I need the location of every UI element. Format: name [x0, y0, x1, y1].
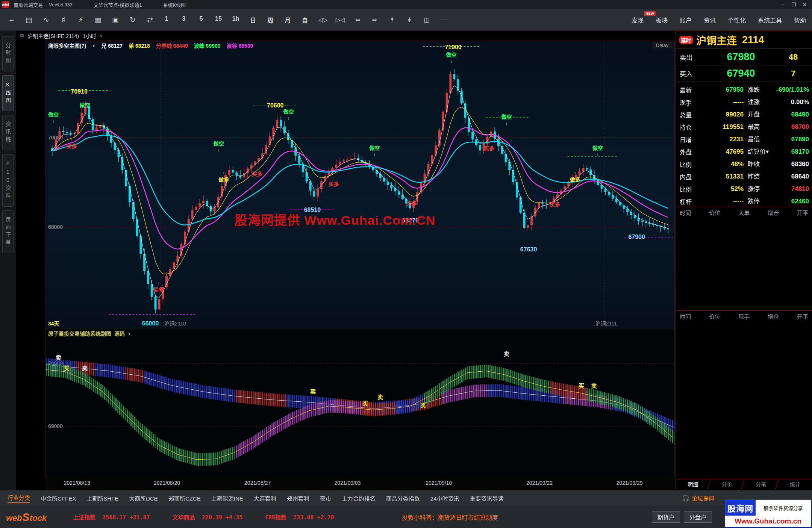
save[interactable]: ▣: [109, 15, 122, 24]
market-nav-item[interactable]: 郑州套利: [287, 494, 309, 502]
sub-chart-panel[interactable]: 原子量投交易辅助系统副图 源码 ∨ 7000069000卖买卖卖买卖买卖买卖: [45, 328, 675, 477]
account-button[interactable]: 外盘户: [684, 511, 712, 523]
sidebar-tab[interactable]: 资讯链: [2, 115, 14, 150]
menu-item[interactable]: 资讯: [704, 15, 717, 24]
sub-chart-canvas[interactable]: 7000069000卖买卖卖买卖买卖买卖: [46, 338, 674, 477]
watermark: 股海网提供 Www.Guhai.Com.CN: [235, 210, 436, 228]
scroll-up[interactable]: ↟: [386, 16, 398, 23]
chevron-down-icon[interactable]: ∨: [100, 34, 103, 38]
svg-text:做空: 做空: [213, 141, 224, 147]
quote-tab[interactable]: 明细: [676, 479, 710, 490]
market-nav-item[interactable]: 中金所CFFEX: [41, 494, 76, 502]
period-button[interactable]: 日: [247, 15, 259, 24]
quote-value: -690/1.01%: [776, 86, 809, 94]
period-button[interactable]: 自: [299, 15, 311, 24]
dynamic[interactable]: ⚡: [74, 15, 87, 24]
link-icon[interactable]: ⧉: [20, 33, 24, 39]
window-control-icon[interactable]: ─: [781, 2, 785, 8]
quote-tab[interactable]: 分笔: [744, 479, 778, 490]
webstock-logo: webStock: [6, 511, 47, 523]
more[interactable]: ⋯: [438, 16, 450, 23]
main-chart-panel[interactable]: 鹰眼多空主图(7) ∨ 兄 68127弟 68218分界线 68449波峰 69…: [45, 41, 675, 328]
sidebar-tab[interactable]: K线图: [2, 75, 14, 111]
quote-board[interactable]: ▤: [23, 15, 35, 24]
app-logo: wh6: [2, 1, 9, 8]
ask-price: 67980: [704, 51, 778, 63]
sub-indicator-source[interactable]: 源码: [114, 330, 125, 337]
menu-item[interactable]: 帮助: [794, 15, 807, 24]
market-nav-item[interactable]: 夜市: [320, 494, 331, 502]
market-nav-item[interactable]: 重要资讯导读: [470, 494, 504, 502]
window-control-icon[interactable]: ❐: [791, 2, 796, 8]
chevron-down-icon[interactable]: ∨: [92, 44, 95, 48]
quote-label: 最低: [744, 133, 776, 145]
guhai-logo[interactable]: 股海网 股票软件资源分享 Www.Guhai.com.cn: [725, 499, 811, 527]
sub-indicator-name[interactable]: 原子量投交易辅助系统副图: [48, 330, 111, 337]
sidebar-tab[interactable]: 页面下单: [2, 210, 14, 253]
market-nav-item[interactable]: 郑商所CZCE: [168, 494, 201, 502]
period-button[interactable]: 1h: [230, 15, 241, 24]
page-left[interactable]: ⇦: [351, 16, 364, 23]
quote-tab[interactable]: 分价: [710, 479, 744, 490]
toggle[interactable]: ⇄: [144, 15, 156, 24]
menu-item[interactable]: 发现NEW: [632, 15, 644, 24]
menu-item[interactable]: 板块: [656, 15, 668, 24]
zoom-in[interactable]: ▷◁: [334, 16, 347, 23]
window-control-icon[interactable]: ✕: [803, 2, 807, 8]
indicator-name[interactable]: 鹰眼多空主图(7): [48, 42, 86, 49]
market-nav-item[interactable]: 24小时资讯: [430, 494, 459, 502]
svg-text:买: 买: [362, 400, 368, 407]
forum-link[interactable]: 🎧 论坛提问: [682, 494, 714, 502]
page-right[interactable]: ⇨: [368, 16, 381, 23]
svg-text:做空: 做空: [445, 52, 456, 58]
candlestick[interactable]: ♯: [57, 15, 70, 24]
quote-contract-name[interactable]: 沪铜主连: [696, 33, 737, 47]
menu-item[interactable]: 个性化: [728, 15, 747, 24]
market-nav-item[interactable]: 主力合约排名: [342, 494, 376, 502]
market-nav-item[interactable]: 大连套利: [254, 494, 276, 502]
quote-label: 涨停: [744, 183, 776, 195]
ask-row[interactable]: 卖出 67980 48: [676, 49, 812, 65]
sidebar-tab[interactable]: 分时图: [2, 36, 14, 71]
svg-text:↑: ↑: [554, 195, 556, 201]
quote-tab[interactable]: 统计: [778, 479, 812, 490]
contract-name[interactable]: 沪铜主连(SHFE 2114): [27, 32, 79, 39]
menu-item[interactable]: 系统工具: [758, 15, 783, 24]
date-tick: 2021/09/03: [334, 480, 361, 486]
contract-period[interactable]: 1小时: [83, 32, 96, 39]
zoom-out[interactable]: ◁▷: [317, 16, 329, 23]
chevron-down-icon[interactable]: ∨: [128, 331, 131, 336]
order-board[interactable]: ▦: [92, 15, 105, 24]
refresh[interactable]: ↻: [126, 15, 139, 24]
market-nav-item[interactable]: 上期所SHFE: [86, 494, 118, 502]
market-nav-item[interactable]: 大商所DCE: [129, 494, 158, 502]
market-nav-item[interactable]: 行业分类: [8, 493, 30, 503]
svg-text:买多: 买多: [252, 171, 262, 177]
candlestick-chart-canvas[interactable]: 7000068000做空↓做空↓↑买多↑买多做空↓↑做多↑买多做空↓↑买多做空↓…: [46, 41, 674, 328]
market-nav-item[interactable]: 商品分类指数: [386, 494, 420, 502]
period-button[interactable]: 3: [178, 15, 189, 24]
period-button[interactable]: 月: [282, 15, 293, 24]
tick-column: 大单: [738, 209, 750, 216]
period-button[interactable]: 1: [161, 15, 172, 24]
svg-text:67900: 67900: [628, 234, 645, 240]
bid-row[interactable]: 买入 67940 7: [676, 65, 812, 82]
line-chart[interactable]: ∿: [40, 15, 53, 24]
period-button[interactable]: 周: [265, 15, 276, 24]
index-ticker[interactable]: CRB指数 233.08 +2.70: [265, 513, 334, 521]
index-ticker[interactable]: 文华商品 220.39 +4.35: [173, 513, 242, 521]
quote-value: 0.00%: [776, 98, 809, 106]
scroll-down[interactable]: ↡: [403, 16, 416, 23]
period-button[interactable]: 5: [195, 15, 207, 24]
index-ticker[interactable]: 上证指数 3568.17 +31.87: [73, 513, 150, 521]
layout[interactable]: ◫: [420, 16, 433, 23]
back[interactable]: ←: [5, 15, 18, 24]
menu-item[interactable]: 账户: [680, 15, 692, 24]
market-nav-item[interactable]: 上期能源INE: [211, 494, 243, 502]
account-button[interactable]: 期货户: [652, 511, 680, 523]
cloud-node: 文华云节点-模拟联通1: [94, 1, 142, 8]
quote-grid: 最新 67950 涨跌 -690/1.01% 现手 ----- 速涨 0.00%…: [676, 82, 812, 207]
period-button[interactable]: 15: [213, 15, 224, 24]
sidebar-tab[interactable]: F10资料: [2, 154, 14, 207]
main-menu: 发现NEW 板块 账户 资讯 个性化 系统工具: [632, 15, 807, 24]
